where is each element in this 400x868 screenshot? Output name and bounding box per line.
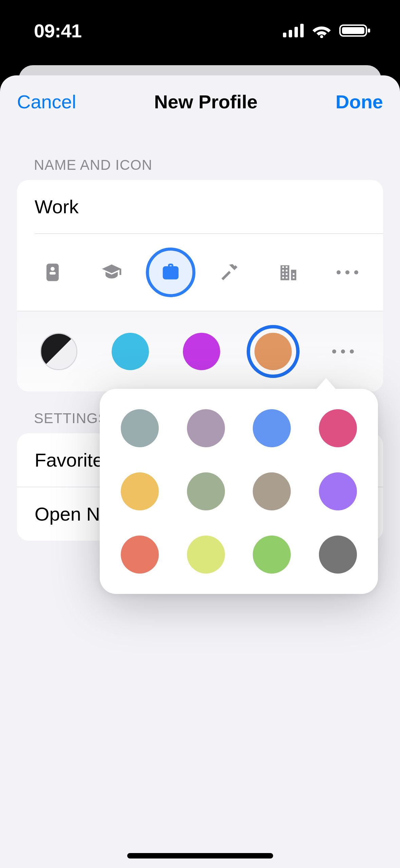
color-swatch-cyan[interactable] bbox=[104, 325, 157, 378]
popover-color-blue[interactable] bbox=[253, 409, 291, 447]
svg-rect-3 bbox=[300, 24, 304, 37]
home-indicator bbox=[127, 853, 273, 858]
done-button[interactable]: Done bbox=[336, 91, 383, 113]
cancel-button[interactable]: Cancel bbox=[17, 91, 76, 113]
name-and-icon-card bbox=[17, 180, 383, 392]
status-time: 09:41 bbox=[34, 16, 82, 42]
popover-color-taupe[interactable] bbox=[253, 472, 291, 510]
svg-point-4 bbox=[320, 35, 323, 38]
status-bar: 09:41 bbox=[0, 0, 400, 58]
swatch-icon bbox=[254, 333, 292, 370]
bw-icon bbox=[40, 333, 77, 370]
svg-rect-6 bbox=[342, 27, 364, 34]
popover-color-violet[interactable] bbox=[319, 472, 357, 510]
popover-arrow bbox=[314, 378, 338, 392]
profile-name-input[interactable] bbox=[17, 180, 383, 233]
popover-color-gold[interactable] bbox=[121, 472, 159, 510]
popover-color-chartreuse[interactable] bbox=[187, 536, 225, 574]
swatch-icon bbox=[183, 333, 220, 370]
profile-icon-briefcase[interactable] bbox=[146, 248, 195, 297]
profile-icon-hammer[interactable] bbox=[205, 248, 254, 297]
profile-icon-id-card[interactable] bbox=[28, 248, 77, 297]
popover-color-green[interactable] bbox=[253, 536, 291, 574]
section-header-name-and-icon: Name and Icon bbox=[17, 138, 383, 180]
building-icon bbox=[278, 262, 299, 283]
popover-body bbox=[100, 389, 378, 594]
status-indicators bbox=[283, 20, 371, 38]
popover-color-slate[interactable] bbox=[121, 409, 159, 447]
svg-rect-2 bbox=[294, 27, 298, 37]
device-frame: 09:41 Cancel New Profile Done Name and I… bbox=[0, 0, 400, 868]
navbar: Cancel New Profile Done bbox=[0, 75, 400, 128]
svg-rect-1 bbox=[289, 30, 292, 37]
svg-rect-0 bbox=[283, 33, 286, 37]
modal-sheet: Cancel New Profile Done Name and Icon bbox=[0, 75, 400, 868]
cellular-icon bbox=[283, 24, 304, 37]
ellipsis-icon bbox=[332, 349, 354, 354]
hammer-icon bbox=[219, 262, 240, 283]
color-swatch-bw[interactable] bbox=[32, 325, 85, 378]
wifi-icon bbox=[311, 23, 332, 38]
graduation-cap-icon bbox=[101, 262, 122, 283]
color-swatch-magenta[interactable] bbox=[175, 325, 228, 378]
more-colors-button[interactable] bbox=[318, 327, 368, 376]
profile-icon-graduation-cap[interactable] bbox=[87, 248, 136, 297]
color-swatch-orange[interactable] bbox=[247, 325, 300, 378]
popover-color-sage[interactable] bbox=[187, 472, 225, 510]
more-icons-button[interactable] bbox=[323, 248, 372, 297]
popover-color-salmon[interactable] bbox=[121, 536, 159, 574]
more-colors-popover bbox=[100, 389, 378, 594]
svg-rect-7 bbox=[368, 29, 370, 33]
briefcase-icon bbox=[160, 262, 181, 283]
icon-picker-row bbox=[17, 234, 383, 311]
svg-rect-10 bbox=[50, 272, 56, 275]
svg-point-9 bbox=[51, 267, 55, 271]
swatch-icon bbox=[112, 333, 149, 370]
popover-color-pink[interactable] bbox=[319, 409, 357, 447]
page-title: New Profile bbox=[154, 91, 258, 113]
id-card-icon bbox=[42, 262, 63, 283]
sheet-content: Name and Icon bbox=[0, 128, 400, 541]
popover-color-grid bbox=[119, 409, 358, 574]
popover-color-mauve[interactable] bbox=[187, 409, 225, 447]
profile-icon-building[interactable] bbox=[264, 248, 313, 297]
ellipsis-icon bbox=[337, 270, 358, 274]
popover-color-gray[interactable] bbox=[319, 536, 357, 574]
battery-icon bbox=[339, 23, 371, 38]
